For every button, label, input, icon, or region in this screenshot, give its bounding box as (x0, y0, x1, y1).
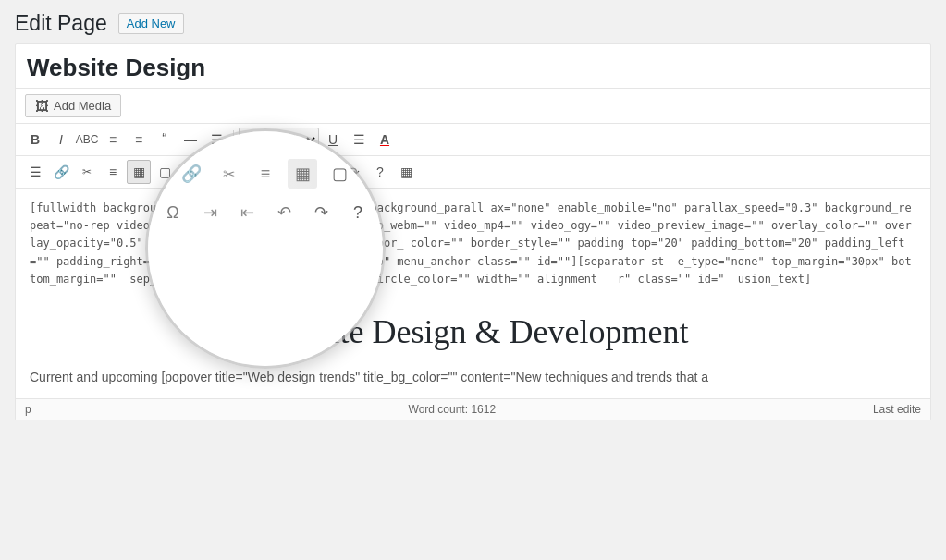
page-header: Edit Page Add New (0, 0, 946, 43)
add-new-button[interactable]: Add New (118, 13, 184, 34)
omega-button[interactable]: Ω (239, 160, 263, 184)
word-count-label: Word count: (409, 403, 468, 416)
align-left-button[interactable]: ☰ (23, 160, 47, 184)
toolbar-divider-1 (233, 130, 234, 149)
underline-button[interactable]: U (321, 128, 345, 152)
insert-more-button[interactable]: ≡ (101, 160, 125, 184)
align-center-button[interactable]: ☰ (347, 128, 371, 152)
blockquote-button[interactable]: “ (153, 128, 177, 152)
outdent-button[interactable]: ⇤ (290, 160, 314, 184)
align-button[interactable]: ☰ (204, 128, 228, 152)
format-select[interactable]: Paragraph Heading 1 Heading 2 Heading 3 (239, 128, 319, 152)
ordered-list-button[interactable]: ≡ (127, 128, 151, 152)
add-media-row: 🖼 Add Media (16, 89, 930, 124)
indent-button[interactable]: ⇥ (264, 160, 289, 184)
add-media-icon: 🖼 (35, 98, 49, 114)
undo-button[interactable]: ↩ (213, 160, 237, 184)
redo-button[interactable]: ↷ (342, 160, 366, 184)
toolbar-toggle-button[interactable]: ↻ (178, 160, 203, 184)
unlink-button[interactable]: ✂ (75, 160, 99, 184)
help-button[interactable]: ? (368, 160, 392, 184)
editor-body[interactable]: [fullwidth background_color="" backgroun… (16, 189, 930, 398)
editor-code-content: [fullwidth background_color="" backgroun… (30, 200, 916, 288)
bold-button[interactable]: B (23, 128, 47, 152)
italic-button[interactable]: I (49, 128, 73, 152)
editor-footer: p Word count: 1612 Last edite (16, 398, 930, 420)
add-media-label: Add Media (54, 99, 111, 113)
editor-preview-text: Current and upcoming [popover title="Web… (30, 368, 916, 387)
editor-container: 🖼 Add Media B I ABC ≡ ≡ “ — ☰ Paragraph … (16, 89, 930, 420)
table-button[interactable]: ▦ (127, 160, 151, 184)
page-title: Edit Page (15, 11, 107, 36)
unordered-list-button[interactable]: ≡ (101, 128, 125, 152)
path-indicator: p (25, 403, 31, 416)
post-title-area (16, 44, 930, 89)
editor-preview-heading: Website Design & Development (30, 307, 916, 357)
fullscreen-button[interactable]: ▦ (394, 160, 418, 184)
toolbar-row-1: B I ABC ≡ ≡ “ — ☰ Paragraph Heading 1 He… (16, 124, 930, 156)
link-button[interactable]: 🔗 (49, 160, 73, 184)
wp-more-button[interactable]: ▢ (153, 160, 177, 184)
path-label: p (25, 403, 31, 416)
toolbar-row-2: ☰ 🔗 ✂ ≡ ▦ ▢ ↻ ↩ Ω ⇥ ⇤ ↶ ↷ ? ▦ ☰ 🔗 (16, 156, 930, 189)
post-title-input[interactable] (27, 52, 919, 84)
editor-panel: 🖼 Add Media B I ABC ≡ ≡ “ — ☰ Paragraph … (15, 43, 931, 420)
add-media-button[interactable]: 🖼 Add Media (25, 94, 121, 117)
last-edited-label: Last edite (873, 403, 921, 416)
hr-button[interactable]: — (178, 128, 203, 152)
toolbar-divider-2 (207, 163, 208, 181)
word-count-area: Word count: 1612 (409, 403, 497, 416)
word-count-value: 1612 (471, 403, 496, 416)
undo2-button[interactable]: ↶ (316, 160, 340, 184)
strikethrough-button[interactable]: ABC (75, 128, 99, 152)
text-color-button[interactable]: A (373, 128, 397, 152)
